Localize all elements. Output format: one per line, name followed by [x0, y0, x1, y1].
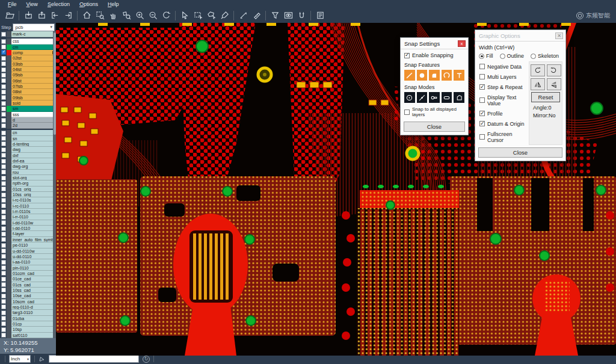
layer-visibility-checkbox[interactable] — [1, 45, 6, 49]
view-eye-icon[interactable] — [282, 10, 295, 22]
layer-row-sss[interactable]: sss — [1, 112, 56, 117]
radio-fill[interactable] — [479, 54, 484, 59]
filter-icon[interactable] — [268, 10, 282, 22]
layer-visibility-checkbox[interactable] — [1, 147, 6, 152]
menu-selection[interactable]: Selection — [43, 1, 74, 7]
home-icon[interactable] — [80, 10, 93, 22]
layer-visibility-checkbox[interactable] — [1, 141, 6, 146]
flip-horizontal-icon[interactable] — [531, 78, 545, 90]
pan-hand-icon[interactable] — [106, 10, 120, 22]
layer-row-d[interactable]: d — [1, 117, 56, 123]
layer-visibility-checkbox[interactable] — [1, 294, 6, 298]
layer-row-09lsb[interactable]: 09lsb — [1, 95, 56, 100]
close-button[interactable]: Close — [404, 122, 465, 132]
graphic-options-titlebar[interactable]: Graphic Options ✕ — [475, 30, 565, 41]
layer-visibility-checkbox[interactable] — [1, 232, 6, 236]
pcb-canvas[interactable]: Snap Settings x Enable Snapping Snap Fea… — [56, 23, 616, 356]
layer-visibility-checkbox[interactable] — [1, 333, 6, 338]
checkbox[interactable] — [479, 111, 485, 116]
measure-ruler-icon[interactable] — [250, 10, 263, 22]
option-profile[interactable]: Profile — [478, 108, 529, 119]
layer-visibility-checkbox[interactable] — [1, 243, 6, 248]
layer-row-sold[interactable]: sold — [1, 100, 56, 106]
menu-view[interactable]: View — [22, 1, 42, 7]
checkbox[interactable] — [404, 53, 410, 58]
layer-visibility-checkbox[interactable] — [1, 101, 6, 106]
layer-visibility-checkbox[interactable] — [1, 220, 6, 225]
zoom-previous-icon[interactable] — [159, 10, 173, 22]
layer-row-reg-0110-d[interactable]: reg-0110-d — [1, 304, 56, 310]
select-arrow-icon[interactable] — [178, 10, 191, 22]
layer-visibility-checkbox[interactable] — [1, 118, 6, 123]
checkbox[interactable] — [479, 84, 485, 90]
step-select[interactable]: pcb▾ — [13, 23, 55, 31]
layer-row-u-dd-0110w[interactable]: u-dd-0110w — [1, 248, 56, 254]
layer-row-05lsb[interactable]: 05lsb — [1, 72, 56, 78]
layer-row-i-rr-0110[interactable]: i-rr-0110 — [1, 214, 56, 220]
zoom-in-icon[interactable] — [133, 10, 146, 22]
layer-visibility-checkbox[interactable] — [1, 187, 6, 191]
layer-row-npth-org[interactable]: npth-org — [1, 180, 56, 186]
report-icon[interactable] — [313, 10, 327, 22]
refresh-icon[interactable]: ↻ — [143, 356, 150, 363]
layer-visibility-checkbox[interactable] — [1, 159, 6, 164]
layer-row-01ccm_cad[interactable]: 01ccm_cad — [1, 271, 56, 276]
layer-visibility-checkbox[interactable] — [1, 67, 6, 72]
snap-point-icon[interactable] — [417, 92, 428, 103]
layer-row-10ss_cad[interactable]: 10ss_cad — [1, 288, 56, 293]
layer-visibility-checkbox[interactable] — [1, 203, 6, 208]
snap-surface-icon[interactable] — [429, 70, 440, 81]
layer-row-inner_auto_film_symb[interactable]: inner_auto_film_symb — [1, 237, 56, 242]
rotate-cw-icon[interactable] — [531, 64, 545, 76]
checkbox[interactable] — [479, 121, 485, 126]
layer-visibility-checkbox[interactable] — [1, 78, 6, 83]
layer-row-01cs_orig[interactable]: 01cs_orig — [1, 187, 56, 192]
measure-line-icon[interactable] — [236, 10, 250, 22]
snap-key-icon[interactable] — [429, 92, 440, 103]
layer-visibility-checkbox[interactable] — [1, 164, 6, 169]
layer-visibility-checkbox[interactable] — [1, 198, 6, 203]
layer-visibility-checkbox[interactable] — [1, 316, 6, 321]
layer-visibility-checkbox[interactable] — [1, 181, 6, 186]
pointer-mode-icon[interactable] — [38, 354, 45, 364]
layer-row-dxf[interactable]: dxf — [1, 153, 56, 158]
checkbox[interactable] — [479, 64, 485, 69]
layer-visibility-checkbox[interactable] — [1, 226, 6, 231]
snap-center-icon[interactable] — [404, 92, 415, 103]
unit-select[interactable]: Inch▾ — [9, 355, 31, 363]
open-folder-icon[interactable] — [3, 10, 16, 22]
layer-row-dwg[interactable]: dwg — [1, 147, 56, 152]
layer-visibility-checkbox[interactable] — [1, 288, 6, 292]
snap-slot-icon[interactable] — [442, 92, 452, 103]
layer-visibility-checkbox[interactable] — [1, 310, 6, 315]
layer-row-pe-0110[interactable]: pe-0110 — [1, 242, 56, 248]
layer-visibility-checkbox[interactable] — [1, 39, 6, 44]
reset-button[interactable]: Reset — [531, 92, 560, 102]
layer-visibility-checkbox[interactable] — [1, 248, 6, 253]
layer-row-10sp[interactable]: 10sp — [1, 327, 56, 332]
snap-all-layers-checkbox-row[interactable]: Snap to all displayed layers — [401, 105, 468, 119]
menu-options[interactable]: Options — [75, 1, 102, 7]
layer-row-i-rc-0110[interactable]: i-rc-0110 — [1, 203, 56, 209]
layer-row-03lsb[interactable]: 03lsb — [1, 61, 56, 67]
layer-row-targ3-0110[interactable]: targ3-0110 — [1, 310, 56, 315]
layer-row-sn[interactable]: sn — [1, 136, 56, 141]
layer-row-01cp[interactable]: 01cp — [1, 321, 56, 327]
zoom-object-icon[interactable] — [120, 10, 133, 22]
layer-row-02lst[interactable]: 02lst — [1, 55, 56, 61]
snap-arc-icon[interactable] — [442, 70, 452, 81]
enable-snapping-checkbox-row[interactable]: Enable Snapping — [401, 51, 468, 60]
layer-row-css[interactable]: css — [1, 39, 56, 44]
layer-row-dwg-org[interactable]: dwg-org — [1, 164, 56, 169]
layer-row-mark-c[interactable]: mark-c — [1, 31, 56, 37]
layer-row-01ce_cad[interactable]: 01ce_cad — [1, 276, 56, 282]
layer-visibility-checkbox[interactable] — [1, 136, 6, 141]
layer-row-d-tenting[interactable]: d-tenting — [1, 141, 56, 147]
layer-row-01cs_cad[interactable]: 01cs_cad — [1, 282, 56, 288]
layer-visibility-checkbox[interactable] — [1, 112, 6, 117]
layer-row-sm[interactable]: sm — [1, 106, 56, 111]
layer-row-2d[interactable]: 2d — [1, 123, 56, 128]
layer-row-10scm_cad[interactable]: 10scm_cad — [1, 299, 56, 304]
flip-vertical-icon[interactable] — [547, 78, 561, 90]
brush-icon[interactable] — [218, 10, 231, 22]
